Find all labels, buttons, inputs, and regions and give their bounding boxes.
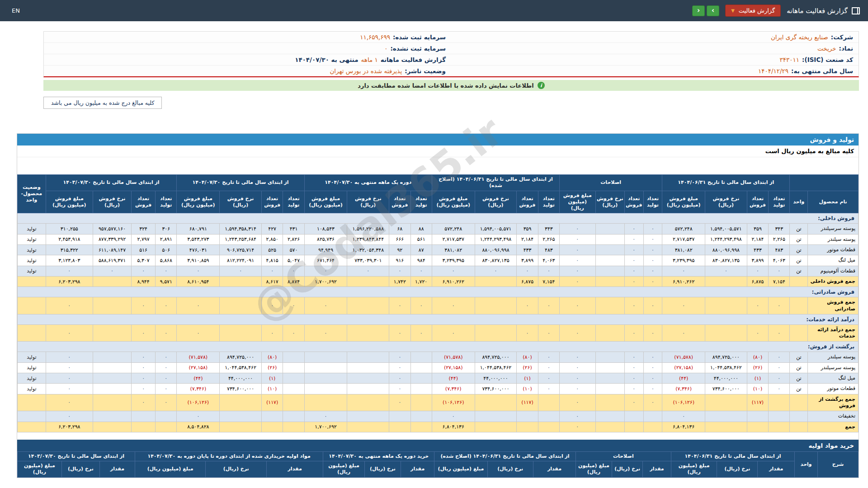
product-name-cell: پوسته سیلندر	[808, 234, 859, 244]
value-cell: ۱,۰۴۴,۵۳۸,۴۶۲	[475, 362, 517, 373]
value-cell: ۰	[662, 324, 705, 342]
value-cell: (۱)	[517, 373, 538, 384]
value-cell	[93, 422, 131, 432]
table-row: پوسته سرسیلندرتن۰(۲۶)۱,۰۴۴,۵۳۸,۴۶۲(۲۷,۱۵…	[18, 362, 859, 373]
value-cell: ۲,۲۶۵	[538, 234, 559, 244]
value-cell: (۷۱,۵۷۸)	[432, 352, 475, 362]
value-cell	[595, 276, 624, 286]
column-group-header: خرید دوره یک ماهه منتهی به ۱۴۰۴/۰۷/۳۰	[323, 451, 434, 461]
column-header-unit: واحد	[790, 191, 808, 213]
value-cell: ۳,۸۹۹	[747, 255, 768, 266]
value-cell: ۱,۷۰۰,۶۹۲	[304, 422, 347, 432]
value-cell: ۴۴,۰۰۰,۰۰۰	[705, 373, 747, 384]
value-cell	[475, 276, 517, 286]
unit-cell: تن	[790, 362, 808, 373]
value-cell	[624, 422, 643, 432]
column-header: مبلغ فروش (میلیون ریال)	[662, 191, 705, 213]
column-header: نرخ فروش (ریال)	[93, 191, 131, 213]
column-header: تعداد تولید	[643, 191, 662, 213]
language-toggle[interactable]: EN	[8, 5, 24, 16]
value-cell: ۰	[624, 384, 643, 394]
product-name-cell: جمع درآمد ارائه خدمات	[808, 324, 859, 342]
value-cell: ۰	[643, 384, 662, 394]
value-cell	[93, 297, 131, 314]
value-cell: ۰	[132, 352, 156, 362]
value-cell: ۵۰۶	[156, 245, 177, 255]
value-cell: ۳,۸۹۹	[517, 255, 538, 266]
status-cell: تولید	[18, 224, 46, 234]
product-name-cell: میل لنگ	[808, 373, 859, 384]
value-cell	[595, 245, 624, 255]
value-cell: (۲۷,۱۵۸)	[662, 362, 705, 373]
main-report-panel: تولید و فروش کلیه مبالغ به میلیون ریال ا…	[17, 133, 859, 478]
column-group-header: از ابتدای سال مالی تا تاریخ ۱۴۰۳/۰۷/۳۰	[46, 175, 177, 191]
value-cell: ۰	[389, 384, 410, 394]
status-cell: تولید	[18, 362, 46, 373]
value-cell	[283, 422, 304, 432]
value-cell: ۱,۷۲۰	[410, 276, 432, 286]
value-cell	[389, 422, 410, 432]
value-cell: ۰	[538, 266, 559, 276]
value-cell: ۰	[132, 266, 156, 276]
value-cell	[643, 411, 662, 422]
next-report-button[interactable]: ›	[707, 5, 719, 16]
value-cell: ۰	[538, 373, 559, 384]
value-cell: ۱,۲۴۴,۲۹۳,۴۹۸	[705, 234, 747, 244]
value-cell	[475, 394, 517, 411]
table-row: قطعات آلومینیومتن۰۰۰۰۰۰۰۰۰۰۰۰۰۰۰۰۰۰۰۰۰۰۰…	[18, 266, 859, 276]
value-cell: ۰	[624, 276, 643, 286]
value-cell: ۰	[624, 352, 643, 362]
value-cell	[705, 324, 747, 342]
column-header: مبلغ (میلیون ریال)	[135, 461, 206, 478]
value-cell: (۷,۳۴۶)	[177, 384, 220, 394]
value-cell: ۰	[624, 373, 643, 384]
value-cell: ۷,۱۵۴	[538, 276, 559, 286]
value-cell: ۰	[560, 324, 596, 342]
table-row: پوسته سیلندرتن۲,۲۶۵۲,۱۸۴۱,۲۴۴,۲۹۳,۴۹۸۲,۷…	[18, 234, 859, 244]
value-cell: ۰	[747, 324, 768, 342]
value-cell	[156, 422, 177, 432]
value-cell: ۰	[283, 324, 304, 342]
table-row: برگشت از فروش:	[18, 342, 859, 352]
ticker-link[interactable]: خریخت	[817, 45, 836, 52]
value-cell: (۴۴)	[177, 373, 220, 384]
company-name-link[interactable]: صنایع ریخته گری ایران	[771, 33, 828, 41]
value-cell: ۰	[46, 411, 93, 422]
value-cell: ۱,۵۹۴,۰۰۵,۵۷۱	[475, 224, 517, 234]
report-copy-icon[interactable]	[854, 7, 860, 14]
value-cell: ۰	[643, 255, 662, 266]
value-cell	[347, 373, 389, 384]
value-cell: ۰	[156, 324, 177, 342]
value-cell: ۰	[347, 266, 389, 276]
value-cell: ۸۳۰,۸۲۷,۱۳۵	[475, 255, 517, 266]
fiscal-year-label: سال مالی منتهی به:	[791, 67, 853, 75]
header-column-row: نام محصولواحدتعداد تولیدتعداد فروشنرخ فر…	[18, 191, 859, 213]
unit-cell: تن	[790, 266, 808, 276]
product-name-cell: پوسته سرسیلندر	[808, 362, 859, 373]
report-period-row: گزارش فعالیت ماهانه ۱ ماهه منتهی به ۱۴۰۴…	[44, 54, 451, 66]
value-cell: ۰	[389, 324, 410, 342]
signature-match-text: اطلاعات نمایش داده شده با اطلاعات امضا ش…	[358, 82, 534, 89]
column-header-status: وضعیت محصول-واحد	[18, 175, 46, 213]
value-cell	[283, 373, 304, 384]
value-cell: ۰	[705, 266, 747, 276]
value-cell	[410, 384, 432, 394]
value-cell: ۰	[560, 394, 596, 411]
value-cell: ۰	[560, 224, 596, 234]
value-cell: ۰	[283, 297, 304, 314]
value-cell	[705, 422, 747, 432]
value-cell	[410, 352, 432, 362]
value-cell: ۰	[220, 266, 262, 276]
value-cell: ۹۱۶	[389, 255, 410, 266]
previous-report-button[interactable]: ‹	[692, 5, 705, 16]
value-cell	[220, 276, 262, 286]
value-cell: ۰	[769, 373, 790, 384]
value-cell: ۱,۷۰۰,۶۹۲	[304, 276, 347, 286]
value-cell: (۱۱۷)	[747, 394, 768, 411]
report-type-dropdown[interactable]: گزارش فعالیت ▼	[725, 5, 781, 17]
value-cell: ۰	[624, 234, 643, 244]
top-navigation-bar: گزارش فعالیت ماهانه گزارش فعالیت ▼ › ‹ E…	[0, 0, 868, 21]
column-header: نرخ (ریال)	[612, 461, 642, 478]
value-cell: ۸۱۲,۲۲۴,۰۹۱	[220, 255, 262, 266]
value-cell: ۸۹۴,۷۲۵,۰۰۰	[705, 352, 747, 362]
